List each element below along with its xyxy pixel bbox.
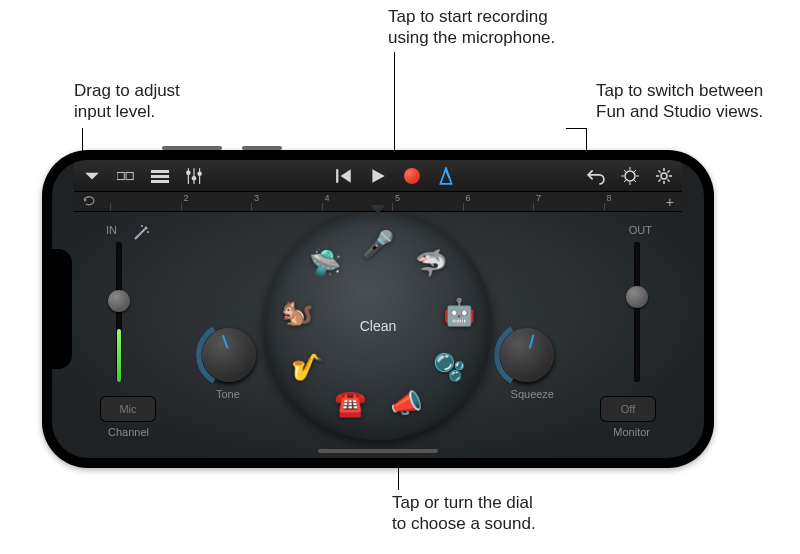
mic-channel-button[interactable]: Mic bbox=[100, 396, 156, 422]
ruler-number: 4 bbox=[325, 193, 330, 203]
sound-ufo[interactable]: 🛸 bbox=[307, 245, 343, 281]
svg-rect-2 bbox=[151, 170, 169, 173]
sound-robot[interactable]: 🤖 bbox=[441, 294, 477, 330]
ruler-number: 2 bbox=[184, 193, 189, 203]
callout-switch-view: Tap to switch between Fun and Studio vie… bbox=[596, 80, 763, 123]
slider-thumb[interactable] bbox=[108, 290, 130, 312]
record-button[interactable] bbox=[402, 166, 422, 186]
magic-wand-icon[interactable] bbox=[132, 224, 150, 246]
view-switch-icon[interactable] bbox=[620, 166, 640, 186]
sound-sax[interactable]: 🎷 bbox=[289, 349, 325, 385]
callout-input-level: Drag to adjust input level. bbox=[74, 80, 180, 123]
svg-rect-3 bbox=[151, 175, 169, 178]
sound-megaphone[interactable]: 📣 bbox=[388, 385, 424, 421]
play-icon[interactable] bbox=[368, 166, 388, 186]
ruler-number: 5 bbox=[395, 193, 400, 203]
sound-shark[interactable]: 🦈 bbox=[413, 245, 449, 281]
toolbar bbox=[74, 160, 682, 192]
callout-record: Tap to start recording using the microph… bbox=[388, 6, 555, 49]
out-label: OUT bbox=[629, 224, 652, 236]
svg-point-8 bbox=[186, 170, 191, 175]
ruler-number: 3 bbox=[254, 193, 259, 203]
svg-rect-0 bbox=[117, 172, 124, 179]
svg-point-26 bbox=[147, 231, 149, 233]
menu-dropdown-icon[interactable] bbox=[82, 166, 102, 186]
monitor-label: Monitor bbox=[613, 426, 650, 438]
go-to-start-icon[interactable] bbox=[334, 166, 354, 186]
svg-line-18 bbox=[624, 170, 626, 172]
squeeze-knob[interactable] bbox=[500, 328, 554, 382]
slider-thumb[interactable] bbox=[626, 286, 648, 308]
settings-gear-icon[interactable] bbox=[654, 166, 674, 186]
sound-bubbles[interactable]: 🫧 bbox=[431, 349, 467, 385]
ruler-number: 6 bbox=[466, 193, 471, 203]
svg-point-25 bbox=[141, 225, 143, 227]
track-list-icon[interactable] bbox=[150, 166, 170, 186]
tone-label: Tone bbox=[216, 388, 240, 400]
input-level-fill bbox=[117, 329, 121, 382]
svg-point-22 bbox=[661, 173, 667, 179]
svg-line-19 bbox=[634, 180, 636, 182]
svg-line-21 bbox=[624, 180, 626, 182]
callout-line bbox=[566, 128, 586, 129]
phone-frame: 2 3 4 5 6 7 8 + IN OUT Tone bbox=[42, 150, 714, 468]
main-area: IN OUT Tone Squeeze Mic Channel Off Moni… bbox=[74, 212, 682, 458]
screen: 2 3 4 5 6 7 8 + IN OUT Tone bbox=[52, 160, 704, 458]
svg-rect-1 bbox=[126, 172, 133, 179]
callout-line bbox=[394, 52, 395, 164]
svg-line-23 bbox=[135, 229, 145, 239]
callout-dial: Tap or turn the dial to choose a sound. bbox=[392, 492, 536, 535]
mixer-icon[interactable] bbox=[184, 166, 204, 186]
selected-sound-label: Clean bbox=[360, 318, 397, 334]
svg-point-24 bbox=[145, 227, 148, 230]
sound-dial[interactable]: Clean 🎤 🦈 🤖 🫧 📣 ☎️ 🎷 🐿️ 🛸 bbox=[264, 212, 492, 440]
output-level-slider[interactable] bbox=[634, 242, 640, 382]
add-section-icon[interactable]: + bbox=[666, 194, 674, 210]
cycle-icon[interactable] bbox=[82, 194, 96, 208]
notch bbox=[52, 249, 72, 369]
svg-line-20 bbox=[634, 170, 636, 172]
input-level-slider[interactable] bbox=[116, 242, 122, 382]
view-tracks-icon[interactable] bbox=[116, 166, 136, 186]
svg-rect-4 bbox=[151, 180, 169, 183]
sound-telephone[interactable]: ☎️ bbox=[332, 385, 368, 421]
sound-squirrel[interactable]: 🐿️ bbox=[279, 294, 315, 330]
sound-microphone[interactable]: 🎤 bbox=[360, 226, 396, 262]
metronome-icon[interactable] bbox=[436, 166, 456, 186]
squeeze-label: Squeeze bbox=[511, 388, 554, 400]
svg-point-9 bbox=[192, 176, 197, 181]
channel-label: Channel bbox=[108, 426, 149, 438]
svg-point-13 bbox=[625, 171, 635, 181]
svg-rect-11 bbox=[336, 169, 338, 183]
ruler-number: 7 bbox=[536, 193, 541, 203]
tone-knob[interactable] bbox=[202, 328, 256, 382]
in-label: IN bbox=[106, 224, 117, 236]
svg-point-10 bbox=[197, 171, 202, 176]
monitor-toggle-button[interactable]: Off bbox=[600, 396, 656, 422]
ruler-number: 8 bbox=[607, 193, 612, 203]
home-indicator[interactable] bbox=[318, 449, 438, 453]
undo-icon[interactable] bbox=[586, 166, 606, 186]
